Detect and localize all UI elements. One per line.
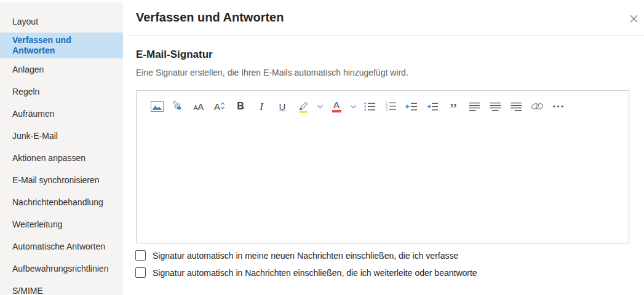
- bold-icon: B: [237, 101, 244, 111]
- sidebar-item[interactable]: Anlagen: [0, 58, 123, 81]
- svg-text:3: 3: [385, 107, 388, 111]
- italic-button[interactable]: I: [251, 98, 272, 114]
- highlight-color-icon: [298, 100, 309, 113]
- italic-icon: I: [260, 101, 263, 112]
- chevron-down-icon: [317, 104, 324, 109]
- font-color-dropdown-button[interactable]: [347, 98, 359, 114]
- signature-editor[interactable]: [137, 114, 629, 239]
- align-center-icon: [490, 102, 501, 111]
- close-button[interactable]: [627, 12, 640, 25]
- insert-image-button[interactable]: [146, 98, 167, 114]
- font-color-glyph: A: [333, 100, 340, 109]
- font-color-icon: A: [332, 100, 341, 112]
- insert-image-icon: [151, 101, 164, 112]
- highlight-dropdown-button[interactable]: [314, 98, 326, 114]
- sidebar-item-label: Automatische Antworten: [12, 242, 105, 251]
- font-size-icon: A: [214, 102, 225, 111]
- font-name-glyph: AA: [194, 102, 204, 111]
- checkbox[interactable]: [135, 250, 146, 261]
- align-left-icon: [469, 102, 480, 111]
- more-options-icon: [553, 105, 563, 108]
- insert-link-button[interactable]: [527, 98, 547, 114]
- align-right-icon: [511, 102, 522, 111]
- underline-icon: U: [279, 102, 286, 111]
- font-size-glyph: A: [214, 102, 220, 111]
- signature-option-row[interactable]: Signatur automatisch in meine neuen Nach…: [135, 250, 477, 261]
- sidebar-item-label: Aufräumen: [12, 109, 54, 119]
- chevron-down-icon: [350, 104, 357, 109]
- sidebar-item-label: Anlagen: [12, 65, 44, 74]
- sidebar-item-label: Aufbewahrungsrichtlinien: [12, 264, 108, 273]
- sidebar-item[interactable]: Automatische Antworten: [0, 235, 123, 258]
- signature-options: Signatur automatisch in meine neuen Nach…: [135, 250, 477, 278]
- page-title: Verfassen und Antworten: [136, 10, 284, 25]
- sidebar-item-label: Aktionen anpassen: [12, 153, 85, 163]
- sidebar-item[interactable]: Layout: [0, 10, 123, 33]
- sidebar-item-label: Layout: [12, 17, 38, 26]
- underline-button[interactable]: U: [272, 98, 293, 114]
- signature-option-row[interactable]: Signatur automatisch in Nachrichten eins…: [135, 267, 477, 278]
- sidebar-item[interactable]: E-Mail synchronisieren: [0, 169, 123, 191]
- align-left-button[interactable]: [464, 98, 485, 114]
- decrease-indent-button[interactable]: [401, 98, 422, 114]
- sidebar-item-label: Verfassen und Antworten: [12, 35, 71, 55]
- sidebar-item[interactable]: S/MIME: [0, 280, 123, 295]
- more-options-button[interactable]: [547, 98, 568, 114]
- font-size-chevrons: [220, 102, 225, 110]
- sidebar-item[interactable]: Junk-E-Mail: [0, 125, 123, 147]
- sidebar-item[interactable]: Aufbewahrungsrichtlinien: [0, 258, 123, 280]
- font-size-button[interactable]: A: [209, 98, 230, 114]
- increase-indent-button[interactable]: [422, 98, 443, 114]
- format-painter-icon: [171, 100, 185, 113]
- sidebar-item-label: Weiterleitung: [12, 219, 62, 229]
- signature-section-description: Eine Signatur erstellen, die Ihren E-Mai…: [136, 68, 408, 77]
- increase-indent-icon: [426, 102, 439, 111]
- editor-toolbar: AA AA A B I U: [137, 91, 629, 114]
- numbered-list-icon: 123: [385, 101, 397, 111]
- font-color-button[interactable]: A: [326, 98, 347, 114]
- font-color-bar: [332, 110, 341, 112]
- sidebar-item[interactable]: Aktionen anpassen: [0, 147, 123, 169]
- numbered-list-button[interactable]: 123: [380, 98, 401, 114]
- align-center-button[interactable]: [485, 98, 506, 114]
- checkbox-label: Signatur automatisch in meine neuen Nach…: [153, 251, 458, 261]
- quote-button[interactable]: ”: [443, 98, 464, 114]
- sidebar-item-label: Junk-E-Mail: [12, 131, 58, 141]
- bold-button[interactable]: B: [230, 98, 251, 114]
- sidebar-item[interactable]: Weiterleitung: [0, 213, 123, 235]
- insert-link-icon: [530, 102, 544, 111]
- settings-panel: Layout Verfassen und Antworten Anlagen R…: [0, 0, 644, 295]
- sidebar-item-label: E-Mail synchronisieren: [12, 175, 100, 185]
- sidebar-item[interactable]: Aufräumen: [0, 103, 123, 125]
- checkbox[interactable]: [135, 267, 146, 278]
- signature-section-heading: E-Mail-Signatur: [136, 49, 213, 61]
- font-name-button[interactable]: AA AA: [188, 98, 209, 114]
- bulleted-list-icon: [364, 102, 376, 111]
- signature-editor-box: AA AA A B I U: [136, 90, 629, 243]
- header-divider: [129, 35, 644, 36]
- settings-sidebar: Layout Verfassen und Antworten Anlagen R…: [0, 2, 123, 295]
- sidebar-item-label: Regeln: [12, 87, 39, 96]
- checkbox-label: Signatur automatisch in Nachrichten eins…: [153, 268, 477, 278]
- close-icon: [630, 15, 638, 23]
- bulleted-list-button[interactable]: [359, 98, 380, 114]
- sidebar-item-label: S/MIME: [12, 286, 43, 295]
- align-right-button[interactable]: [506, 98, 527, 114]
- sidebar-item[interactable]: Nachrichtenbehandlung: [0, 191, 123, 213]
- sidebar-item[interactable]: Regeln: [0, 81, 123, 103]
- sidebar-item[interactable]: Verfassen und Antworten: [0, 33, 123, 58]
- decrease-indent-icon: [405, 102, 418, 111]
- format-painter-button[interactable]: [167, 98, 188, 114]
- highlight-color-button[interactable]: [293, 98, 314, 114]
- sidebar-item-label: Nachrichtenbehandlung: [12, 197, 103, 207]
